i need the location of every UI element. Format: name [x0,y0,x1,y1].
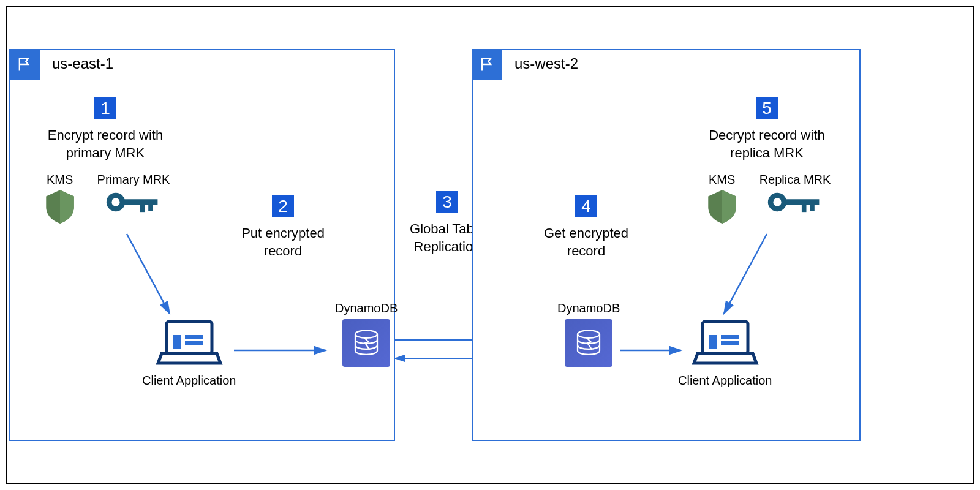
primary-mrk-icon-group: Primary MRK [97,173,170,217]
kms-shield-icon [41,187,79,225]
step-2-text: Put encryptedrecord [241,225,325,260]
dynamodb-right-label: DynamoDB [557,301,620,315]
svg-rect-16 [786,199,820,205]
key-icon [766,187,824,217]
svg-point-19 [578,330,600,338]
svg-line-25 [724,234,767,314]
svg-rect-6 [149,205,154,211]
svg-rect-5 [140,205,145,212]
laptop-icon [692,317,759,369]
svg-point-15 [774,198,782,206]
kms-shield-icon [703,187,741,225]
replica-mrk-icon-group: Replica MRK [760,173,831,217]
step-5-badge: 5 [755,96,779,121]
primary-mrk-label: Primary MRK [97,173,170,187]
dynamodb-right-group: DynamoDB [557,301,620,367]
svg-rect-22 [721,335,739,339]
client-app-right-label: Client Application [678,374,772,388]
kms-icon-group: KMS [41,173,79,225]
step-1-group: 1 Encrypt record withprimary MRK KMS Pri… [29,96,182,225]
svg-rect-18 [810,205,815,211]
replica-mrk-label: Replica MRK [760,173,831,187]
step-4-badge: 4 [574,194,598,219]
region-right-title: us-west-2 [514,55,578,72]
client-app-right-group: Client Application [678,317,772,388]
step-5-group: 5 Decrypt record withreplica MRK KMS Rep… [690,96,843,225]
kms-label: KMS [47,173,73,187]
kms-label-right: KMS [709,173,735,187]
svg-rect-21 [709,335,717,349]
step-1-text: Encrypt record withprimary MRK [48,127,163,162]
step-3-badge: 3 [435,190,459,214]
kms-icon-group-right: KMS [703,173,741,225]
laptop-icon [156,317,223,369]
region-us-west-2: us-west-2 4 Get encryptedrecord 5 Decryp… [472,49,861,441]
flag-icon [16,56,33,73]
svg-rect-10 [185,335,203,339]
step-2-group: 2 Put encryptedrecord [216,194,350,260]
dynamodb-icon [342,319,390,367]
svg-point-7 [355,330,377,338]
client-app-left-group: Client Application [142,317,236,388]
flag-icon [478,56,496,73]
svg-line-12 [127,234,170,314]
step-4-group: 4 Get encryptedrecord [519,194,654,260]
svg-point-3 [112,198,120,206]
svg-rect-11 [185,341,203,345]
svg-rect-9 [173,335,181,349]
step-5-text: Decrypt record withreplica MRK [709,127,825,162]
region-flag-icon [9,49,40,80]
svg-rect-23 [721,341,739,345]
region-left-title: us-east-1 [52,55,113,72]
svg-rect-4 [124,199,158,205]
svg-rect-17 [802,205,807,212]
dynamodb-left-group: DynamoDB [335,301,398,367]
key-icon [104,187,162,217]
dynamodb-left-label: DynamoDB [335,301,398,315]
step-4-text: Get encryptedrecord [544,225,628,260]
step-1-badge: 1 [93,96,118,121]
client-app-left-label: Client Application [142,374,236,388]
step-2-badge: 2 [271,194,295,219]
region-us-east-1: us-east-1 1 Encrypt record withprimary M… [9,49,395,441]
dynamodb-icon [565,319,612,367]
region-flag-icon [472,49,502,80]
